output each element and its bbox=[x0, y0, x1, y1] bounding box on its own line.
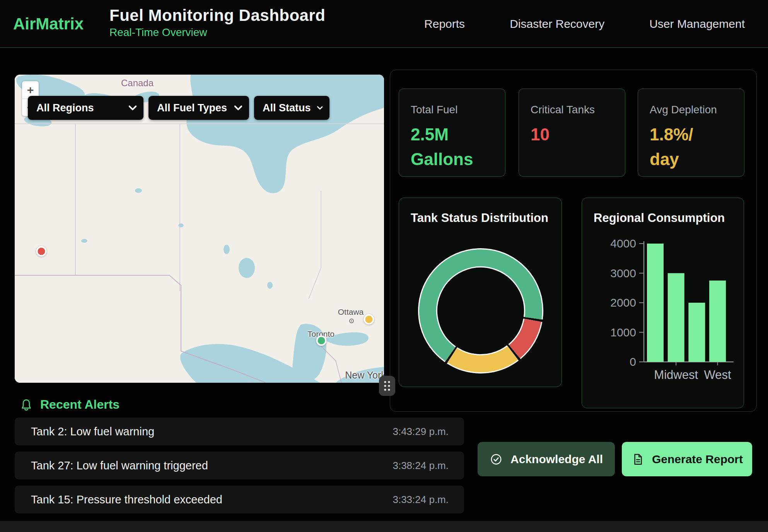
top-header: AirMatrix Fuel Monitoring Dashboard Real… bbox=[0, 0, 768, 48]
svg-text:3000: 3000 bbox=[610, 267, 636, 280]
stat-label: Total Fuel bbox=[411, 104, 493, 116]
alert-message: Tank 2: Low fuel warning bbox=[31, 425, 154, 438]
map-place-label: Canada bbox=[121, 78, 154, 89]
stat-card: Total Fuel 2.5MGallons bbox=[399, 89, 505, 177]
alert-row[interactable]: Tank 27: Low fuel warning triggered 3:38… bbox=[15, 452, 464, 479]
map-marker[interactable] bbox=[364, 314, 374, 325]
bell-icon bbox=[19, 398, 33, 412]
nav-item[interactable]: Reports bbox=[424, 17, 465, 31]
alert-timestamp: 3:33:24 p.m. bbox=[393, 494, 449, 506]
alerts-header: Recent Alerts bbox=[19, 397, 119, 412]
fuel-monitoring-dashboard: AirMatrix Fuel Monitoring Dashboard Real… bbox=[0, 0, 768, 532]
stat-value: 10 bbox=[531, 122, 613, 147]
fuel-map[interactable]: + − All Regions All Fuel Types All Statu… bbox=[15, 75, 384, 383]
map-water-lake bbox=[135, 188, 142, 193]
map-water-lake bbox=[239, 258, 255, 278]
map-marker[interactable] bbox=[316, 336, 327, 346]
map-filter-dropdown[interactable]: All Status bbox=[254, 96, 329, 120]
stat-label: Critical Tanks bbox=[531, 104, 613, 116]
check-circle-icon bbox=[490, 453, 503, 466]
stat-label: Avg Depletion bbox=[650, 104, 732, 116]
svg-text:West: West bbox=[704, 368, 731, 382]
alert-message: Tank 15: Pressure threshold exceeded bbox=[31, 493, 222, 506]
alert-timestamp: 3:43:29 p.m. bbox=[393, 426, 449, 438]
chart-title: Tank Status Distribution bbox=[411, 211, 548, 225]
document-icon bbox=[631, 453, 644, 466]
acknowledge-all-label: Acknowledge All bbox=[510, 453, 603, 466]
page-title: Fuel Monitoring Dashboard bbox=[109, 6, 325, 25]
map-filter-dropdown[interactable]: All Fuel Types bbox=[148, 96, 249, 120]
page-subtitle: Real-Time Overview bbox=[109, 26, 325, 39]
stat-value: 1.8%/day bbox=[650, 122, 732, 172]
stat-value: 2.5MGallons bbox=[411, 122, 493, 172]
regional-consumption-bar-chart: 01000200030004000MidwestWest bbox=[582, 198, 744, 409]
svg-text:2000: 2000 bbox=[610, 296, 636, 309]
generate-report-label: Generate Report bbox=[652, 453, 743, 466]
overview-panel: Total Fuel 2.5MGallons Critical Tanks 10… bbox=[390, 70, 757, 412]
alert-row[interactable]: Tank 2: Low fuel warning 3:43:29 p.m. bbox=[15, 418, 464, 445]
dropdown-selected-value: All Status bbox=[263, 102, 311, 114]
stat-card: Avg Depletion 1.8%/day bbox=[638, 89, 744, 177]
resize-grip-icon[interactable] bbox=[379, 376, 395, 396]
map-water-lake bbox=[267, 282, 273, 289]
dropdown-selected-value: All Regions bbox=[36, 102, 94, 114]
main-nav: ReportsDisaster RecoveryUser Management bbox=[424, 0, 745, 48]
map-marker[interactable] bbox=[36, 246, 47, 257]
map-filter-bar: All Regions All Fuel Types All Status bbox=[28, 96, 329, 120]
svg-text:Midwest: Midwest bbox=[654, 368, 698, 382]
map-place-label: Ottawa bbox=[338, 307, 364, 317]
alert-row[interactable]: Tank 15: Pressure threshold exceeded 3:3… bbox=[15, 486, 464, 513]
alerts-title: Recent Alerts bbox=[40, 397, 119, 412]
brand-logo: AirMatrix bbox=[13, 15, 84, 33]
chevron-down-icon bbox=[317, 105, 323, 111]
title-block: Fuel Monitoring Dashboard Real-Time Over… bbox=[109, 6, 325, 39]
tank-status-chart-card: Tank Status Distribution bbox=[399, 198, 562, 387]
city-dot-icon bbox=[349, 318, 354, 324]
svg-text:0: 0 bbox=[630, 355, 636, 368]
svg-text:4000: 4000 bbox=[610, 237, 636, 250]
dropdown-selected-value: All Fuel Types bbox=[157, 102, 227, 114]
chevron-down-icon bbox=[234, 105, 242, 111]
chevron-down-icon bbox=[129, 105, 137, 111]
svg-text:1000: 1000 bbox=[610, 326, 636, 339]
map-filter-dropdown[interactable]: All Regions bbox=[28, 96, 143, 120]
stat-card: Critical Tanks 10 bbox=[519, 89, 625, 177]
map-place-label: New York bbox=[345, 370, 384, 381]
grip-dots-icon bbox=[381, 379, 393, 393]
nav-item[interactable]: User Management bbox=[649, 17, 745, 31]
alert-timestamp: 3:38:24 p.m. bbox=[393, 460, 449, 472]
regional-consumption-chart-card: Regional Consumption 01000200030004000Mi… bbox=[582, 198, 744, 408]
footer-bar bbox=[0, 521, 768, 532]
map-water-lake bbox=[81, 239, 87, 243]
generate-report-button[interactable]: Generate Report bbox=[622, 442, 752, 476]
alert-message: Tank 27: Low fuel warning triggered bbox=[31, 459, 208, 472]
nav-item[interactable]: Disaster Recovery bbox=[510, 17, 604, 31]
map-water-lake bbox=[178, 223, 184, 227]
acknowledge-all-button[interactable]: Acknowledge All bbox=[478, 442, 615, 476]
tank-status-donut-chart bbox=[411, 241, 550, 380]
map-water-lake bbox=[224, 245, 230, 254]
